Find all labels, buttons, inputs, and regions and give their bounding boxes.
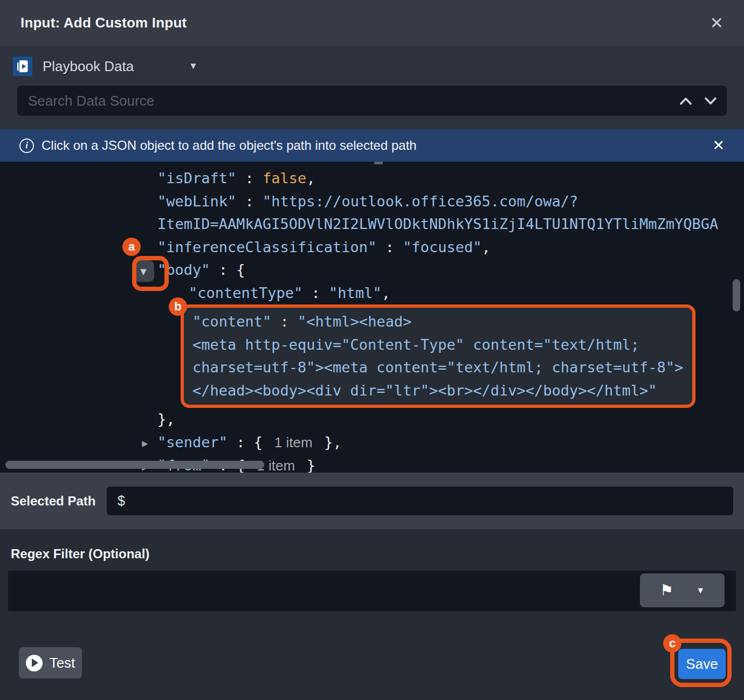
selected-path-row: Selected Path	[0, 473, 744, 529]
json-token-punct: ,	[306, 170, 315, 186]
chevron-down-icon: ▼	[696, 586, 705, 595]
regex-wrapper: ⚑ ▼	[8, 571, 736, 613]
json-line[interactable]: ▼"body" : {	[0, 259, 744, 282]
annotation-b-badge: b	[169, 297, 187, 316]
json-token-key: "webLink"	[157, 193, 236, 210]
close-icon[interactable]: ✕	[712, 138, 725, 153]
json-token-punct: {	[254, 434, 263, 451]
regex-filter-input[interactable]	[8, 571, 736, 611]
json-line[interactable]: "isDraft" : false,	[0, 167, 744, 190]
json-token-punct: :	[210, 261, 237, 278]
info-icon: i	[19, 138, 34, 153]
chevron-up-icon[interactable]	[679, 97, 692, 105]
selected-path-input[interactable]	[107, 487, 733, 515]
json-line[interactable]: "content" : "<html><head>	[188, 310, 689, 334]
vertical-scrollbar-thumb[interactable]	[733, 279, 740, 311]
json-token-meta: 1 item	[263, 434, 324, 451]
json-token-str: "<html><head>	[298, 313, 411, 330]
modal-titlebar: Input: Add Custom Input ✕	[0, 0, 744, 46]
json-token-punct: :	[376, 239, 403, 255]
clipped-text-artifact	[374, 162, 383, 164]
flag-icon: ⚑	[660, 583, 673, 598]
search-nav-buttons	[679, 86, 717, 116]
json-line[interactable]: "inferenceClassification" : "focused",	[0, 236, 744, 259]
search-wrapper	[17, 86, 727, 116]
json-token-str: <meta http-equiv="Content-Type" content=…	[192, 336, 639, 353]
annotation-a-ring	[132, 256, 169, 291]
json-token-key: "contentType"	[189, 285, 302, 301]
data-source-selected-label: Playbook Data	[43, 58, 134, 75]
json-token-str: </head><body><div dir="ltr"><br></div></…	[192, 382, 657, 399]
modal-title: Input: Add Custom Input	[20, 15, 187, 31]
json-token-punct: :	[236, 170, 263, 186]
json-token-str: "focused"	[403, 239, 481, 255]
json-token-str: "https://outlook.office365.com/owa/?	[263, 193, 578, 210]
regex-flags-dropdown[interactable]: ⚑ ▼	[640, 573, 725, 607]
json-token-str: charset=utf-8"><meta content="text/html;…	[192, 359, 683, 376]
json-token-key: "content"	[192, 313, 271, 330]
json-line[interactable]: "contentType" : "html",	[0, 282, 744, 305]
json-lines-content: "content" : "<html><head><meta http-equi…	[188, 310, 689, 402]
json-lines-top: "isDraft" : false,"webLink" : "https://o…	[0, 167, 744, 304]
annotation-b-highlight-box: "content" : "<html><head><meta http-equi…	[181, 304, 695, 408]
info-banner-text: Click on a JSON object to add the object…	[42, 138, 417, 153]
info-banner: i Click on a JSON object to add the obje…	[0, 129, 744, 162]
annotation-c-badge: c	[663, 634, 681, 653]
json-line[interactable]: </head><body><div dir="ltr"><br></div></…	[188, 379, 689, 403]
horizontal-scrollbar-thumb[interactable]	[5, 461, 264, 469]
json-token-punct: }	[307, 457, 315, 473]
json-token-punct: ,	[481, 239, 490, 255]
modal-footer: Regex Filter (Optional) ⚑ ▼ Test Save	[0, 529, 744, 700]
json-token-punct: :	[271, 313, 298, 330]
test-button[interactable]: Test	[19, 647, 82, 678]
selected-path-label: Selected Path	[11, 494, 107, 509]
json-viewer[interactable]: "isDraft" : false,"webLink" : "https://o…	[0, 162, 744, 473]
json-token-key: "sender"	[157, 434, 228, 451]
add-custom-input-modal: Input: Add Custom Input ✕ Playbook Data …	[0, 0, 744, 700]
json-line[interactable]: ItemID=AAMkAGI5ODVlN2I2LWVlODktNDhkYS1iZ…	[0, 213, 744, 236]
data-source-section: Playbook Data ▼	[0, 46, 744, 129]
json-token-str: "html"	[329, 285, 382, 301]
data-source-dropdown[interactable]: Playbook Data ▼	[0, 52, 744, 80]
close-icon[interactable]: ✕	[710, 15, 724, 31]
chevron-down-icon[interactable]	[704, 97, 717, 105]
json-line[interactable]: charset=utf-8"><meta content="text/html;…	[188, 356, 689, 379]
json-line[interactable]: <meta http-equiv="Content-Type" content=…	[188, 334, 689, 357]
chevron-down-icon: ▼	[189, 61, 198, 72]
playbook-icon	[13, 57, 32, 76]
play-icon	[26, 655, 43, 671]
json-token-punct: ,	[382, 285, 390, 301]
json-token-punct: :	[302, 285, 329, 301]
json-token-key: "isDraft"	[157, 170, 236, 186]
json-line[interactable]: },	[0, 408, 744, 431]
json-token-str: ItemID=AAMkAGI5ODVlN2I2LWVlODktNDhkYS1iZ…	[157, 216, 718, 232]
expand-triangle-icon[interactable]: ▶	[136, 432, 154, 455]
json-token-punct: {	[236, 261, 245, 278]
regex-filter-label: Regex Filter (Optional)	[0, 529, 744, 562]
json-token-punct: :	[228, 434, 254, 451]
search-input[interactable]	[17, 86, 727, 116]
json-token-key: "inferenceClassification"	[157, 239, 376, 255]
json-token-punct: },	[157, 411, 175, 427]
json-line[interactable]: ▶"sender" : { 1 item },	[0, 431, 744, 455]
json-line[interactable]: "webLink" : "https://outlook.office365.c…	[0, 190, 744, 213]
json-token-punct: },	[324, 434, 342, 451]
json-token-punct: :	[236, 193, 263, 210]
json-token-bool: false	[263, 170, 306, 186]
annotation-a-badge: a	[122, 238, 141, 256]
